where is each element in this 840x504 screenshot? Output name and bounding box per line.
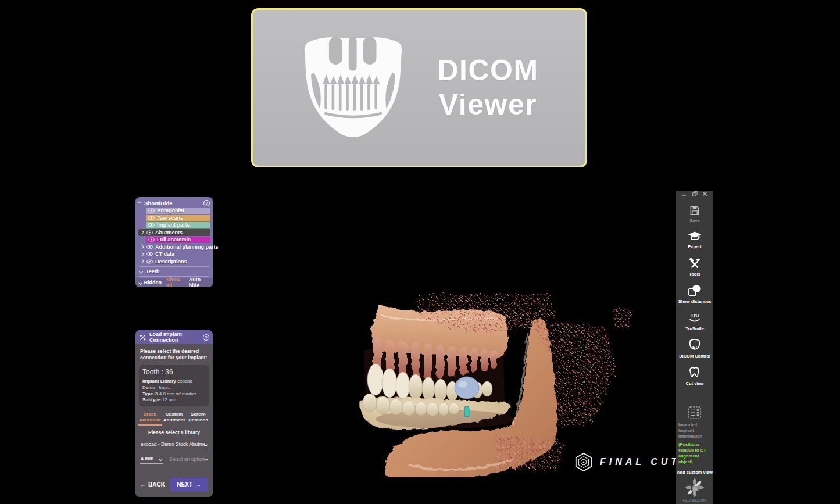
right-toolbar: Save Expert Tools Show distances Tru Tru xyxy=(676,191,713,504)
nav-arrow-down-left[interactable] xyxy=(687,490,693,496)
eye-icon[interactable] xyxy=(148,216,155,220)
back-button[interactable]: ← BACK xyxy=(140,481,165,488)
help-icon[interactable]: ? xyxy=(203,334,209,341)
size-dropdown[interactable]: 4 mm xyxy=(140,454,163,464)
3d-jaw-model-viewport[interactable] xyxy=(358,292,640,477)
implant-info-box: Tooth : 36 Implant Library exocad Demo -… xyxy=(139,365,209,406)
expander-icon[interactable] xyxy=(140,245,144,249)
dialog-title: Load Implant Connection xyxy=(149,331,200,343)
library-prompt: Please select a library xyxy=(135,427,213,437)
teeth-section-header[interactable]: Teeth xyxy=(135,268,213,275)
cut-view-button[interactable]: Cut view xyxy=(686,366,704,386)
layer-row-ct-data[interactable]: CT data xyxy=(135,251,213,258)
eye-icon[interactable] xyxy=(146,245,153,249)
layer-row-additional-planning-parts[interactable]: Additional planning parts xyxy=(135,244,213,251)
implant-library-line: Implant Library exocad Demo - Impl... xyxy=(142,378,206,391)
dialog-instruction: Please select the desired connection for… xyxy=(135,344,213,363)
ct-alignment-note: (Positions relative to CT alignment obje… xyxy=(678,442,711,464)
implant-marker xyxy=(464,406,469,417)
expert-button[interactable]: Expert xyxy=(688,231,702,249)
layer-row-abutments[interactable]: Abutments xyxy=(135,229,213,237)
expander-icon[interactable] xyxy=(140,259,144,263)
hidden-toggle[interactable]: Hidden xyxy=(144,280,162,285)
chevron-down-icon[interactable] xyxy=(138,281,142,285)
implant-subtype-line: Subtype 12 mm xyxy=(142,397,206,403)
auto-hide-button[interactable]: Auto hide xyxy=(189,277,209,288)
layer-row-descriptions[interactable]: Descriptions xyxy=(135,258,213,266)
back-arrow-icon: ← xyxy=(140,481,146,488)
option-dropdown[interactable]: Select an option xyxy=(168,454,209,464)
show-all-button[interactable]: Show all xyxy=(166,277,184,288)
layer-row-full-anatomic[interactable]: Full anatomic xyxy=(135,236,213,244)
expert-icon xyxy=(688,231,702,242)
panel-title: Show/Hide xyxy=(144,200,203,206)
expander-icon[interactable] xyxy=(140,230,144,234)
tab-custom-abutment[interactable]: Custom Abutment xyxy=(162,412,187,426)
eye-off-icon[interactable] xyxy=(146,259,153,264)
restore-button[interactable] xyxy=(692,191,698,197)
watermark-text: FINAL CUT xyxy=(600,457,680,467)
minimize-button[interactable] xyxy=(681,191,687,197)
final-cut-watermark: FINAL CUT xyxy=(574,452,680,472)
skull-jaw-icon xyxy=(299,30,407,146)
show-distances-button[interactable]: Show distances xyxy=(678,284,712,304)
eye-icon[interactable] xyxy=(146,230,153,235)
library-dropdown[interactable]: exocad - Demo Stock Abutment FD xyxy=(140,439,209,449)
eye-icon[interactable] xyxy=(146,252,153,256)
close-button[interactable] xyxy=(702,191,708,197)
nav-cube-front-face[interactable] xyxy=(692,487,697,491)
nav-arrow-down[interactable] xyxy=(693,491,696,498)
chevron-down-icon xyxy=(159,457,163,461)
trusmile-button[interactable]: Tru TruSmile xyxy=(685,312,704,331)
expander-icon[interactable] xyxy=(140,252,144,256)
view-navigation-cross[interactable] xyxy=(678,477,712,498)
chevron-down-icon xyxy=(204,457,208,461)
tools-button[interactable]: Tools xyxy=(688,257,701,277)
tools-icon xyxy=(688,257,701,270)
next-arrow-icon: → xyxy=(195,481,201,488)
implant-type-line: Type Ø 4.0 mm w/ marker xyxy=(142,391,206,398)
next-button[interactable]: NEXT → xyxy=(170,478,208,491)
cut-view-icon xyxy=(688,366,702,379)
tab-stock-abutment[interactable]: Stock Abutment xyxy=(138,412,162,426)
dicom-control-icon xyxy=(688,339,701,352)
layer-row-implant-parts[interactable]: Implant parts xyxy=(135,221,213,229)
divider xyxy=(139,266,209,267)
eye-icon[interactable] xyxy=(148,237,155,242)
imported-implant-information: Imported Implant Information (Positions … xyxy=(678,406,711,464)
trusmile-icon: Tru xyxy=(687,312,702,324)
help-icon[interactable]: ? xyxy=(203,200,210,206)
load-implant-connection-dialog: Load Implant Connection ? Please select … xyxy=(135,330,213,497)
chevron-down-icon xyxy=(139,269,143,273)
save-button[interactable]: Save xyxy=(689,205,700,223)
add-custom-view-button[interactable]: Add custom view xyxy=(677,470,713,475)
collapse-icon[interactable] xyxy=(138,201,142,205)
tab-screw-retained[interactable]: Screw-Retained xyxy=(186,412,210,426)
nav-arrow-left[interactable] xyxy=(685,486,691,489)
svg-text:Tru: Tru xyxy=(691,312,699,319)
dicom-viewer-banner: DICOM Viewer xyxy=(251,8,587,167)
show-distances-icon xyxy=(688,284,702,297)
connection-icon xyxy=(139,334,146,341)
layer-row-jaw-scans[interactable]: Jaw scans xyxy=(135,215,213,222)
nav-arrow-up[interactable] xyxy=(693,478,696,485)
show-hide-panel: Show/Hide ? Antagonist Jaw scans Implant… xyxy=(135,197,213,287)
version-label: v3.2-8820/64 xyxy=(683,498,707,502)
final-cut-logo-icon xyxy=(574,452,593,472)
virtual-crown-tooth-36 xyxy=(455,377,479,399)
eye-icon[interactable] xyxy=(148,208,155,213)
eye-icon[interactable] xyxy=(148,223,155,227)
save-icon xyxy=(689,205,700,216)
dicom-control-button[interactable]: DICOM Control xyxy=(679,339,710,359)
chevron-down-icon xyxy=(204,442,208,446)
tooth-number: Tooth : 36 xyxy=(142,368,206,376)
imported-implant-info-icon xyxy=(688,406,702,420)
layer-row-antagonist[interactable]: Antagonist xyxy=(135,207,213,215)
banner-title: DICOM Viewer xyxy=(437,53,538,122)
